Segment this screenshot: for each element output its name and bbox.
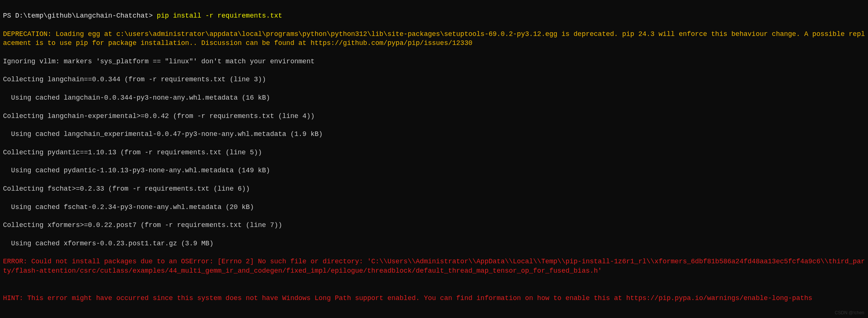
output-line: Collecting fschat>=0.2.33 (from -r requi…	[3, 184, 865, 193]
output-line: Collecting xformers>=0.0.22.post7 (from …	[3, 221, 865, 230]
output-line: Using cached xformers-0.0.23.post1.tar.g…	[3, 239, 865, 248]
deprecation-warning: DEPRECATION: Loading egg at c:\users\adm…	[3, 30, 865, 48]
command-text: pip install -r requirements.txt	[157, 12, 282, 19]
prompt-gt: >	[149, 12, 157, 19]
prompt-line: PS D:\temp\github\Langchain-Chatchat> pi…	[3, 11, 865, 20]
terminal-output[interactable]: PS D:\temp\github\Langchain-Chatchat> pi…	[0, 0, 868, 315]
output-line: Using cached pydantic-1.10.13-py3-none-a…	[3, 166, 865, 175]
output-line: Using cached langchain-0.0.344-py3-none-…	[3, 93, 865, 102]
output-line: Ignoring vllm: markers 'sys_platform == …	[3, 57, 865, 66]
output-line: Collecting langchain-experimental>=0.0.4…	[3, 112, 865, 121]
output-line: Using cached fschat-0.2.34-py3-none-any.…	[3, 203, 865, 212]
hint-message: HINT: This error might have occurred sin…	[3, 294, 865, 303]
output-line: Collecting pydantic==1.10.13 (from -r re…	[3, 148, 865, 157]
error-message: ERROR: Could not install packages due to…	[3, 257, 865, 275]
prompt-path: D:\temp\github\Langchain-Chatchat	[15, 12, 148, 19]
prompt-ps: PS	[3, 12, 15, 19]
output-line: Collecting langchain==0.0.344 (from -r r…	[3, 75, 865, 84]
output-line: Using cached langchain_experimental-0.0.…	[3, 130, 865, 139]
watermark: CSDN @!chen	[835, 310, 864, 316]
